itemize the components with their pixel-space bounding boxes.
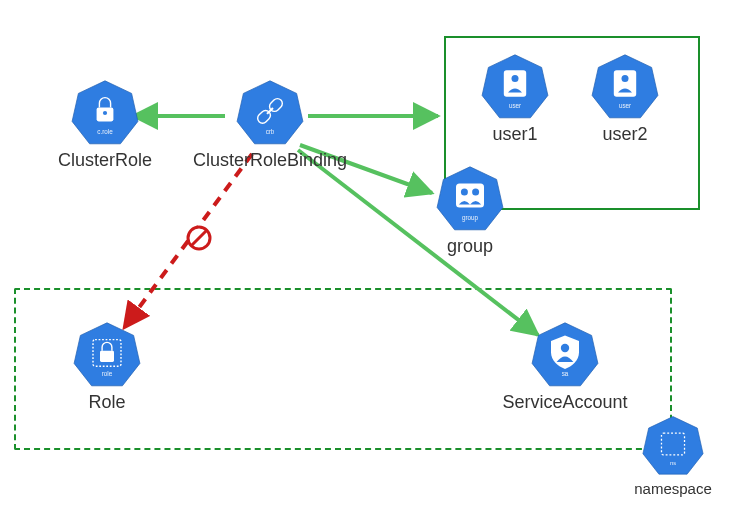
node-tag: user [509, 102, 521, 109]
svg-point-11 [512, 75, 519, 82]
node-serviceaccount: sa ServiceAccount [490, 320, 640, 413]
link-icon: crb [235, 78, 305, 148]
node-tag: c.role [97, 128, 113, 135]
svg-point-18 [472, 189, 479, 196]
node-label: user2 [580, 124, 670, 145]
node-label: namespace [618, 480, 728, 497]
node-tag: ns [670, 460, 676, 466]
node-tag: crb [266, 128, 275, 135]
node-namespace: ns namespace [618, 414, 728, 497]
prohibit-icon [185, 224, 213, 252]
sa-icon: sa [530, 320, 600, 390]
svg-point-14 [622, 75, 629, 82]
svg-rect-13 [614, 70, 636, 97]
node-user2: user user2 [580, 52, 670, 145]
node-label: ClusterRoleBinding [190, 150, 350, 171]
user-icon: user [480, 52, 550, 122]
node-tag: user [619, 102, 631, 109]
node-crb: crb ClusterRoleBinding [190, 78, 350, 171]
svg-rect-10 [504, 70, 526, 97]
svg-rect-21 [100, 351, 114, 362]
node-group: group group [420, 164, 520, 257]
node-label: Role [62, 392, 152, 413]
node-tag: role [102, 370, 113, 377]
node-clusterrole: c.role ClusterRole [55, 78, 155, 171]
node-label: ClusterRole [55, 150, 155, 171]
node-label: user1 [470, 124, 560, 145]
group-icon: group [435, 164, 505, 234]
lock-icon: role [72, 320, 142, 390]
svg-point-17 [461, 189, 468, 196]
svg-point-4 [103, 111, 107, 115]
node-role: role Role [62, 320, 152, 413]
svg-point-23 [561, 344, 569, 352]
node-tag: group [462, 214, 479, 222]
node-label: ServiceAccount [490, 392, 640, 413]
node-tag: sa [562, 370, 569, 377]
lock-icon: c.role [70, 78, 140, 148]
user-icon: user [590, 52, 660, 122]
node-label: group [420, 236, 520, 257]
namespace-icon: ns [641, 414, 705, 478]
node-user1: user user1 [470, 52, 560, 145]
